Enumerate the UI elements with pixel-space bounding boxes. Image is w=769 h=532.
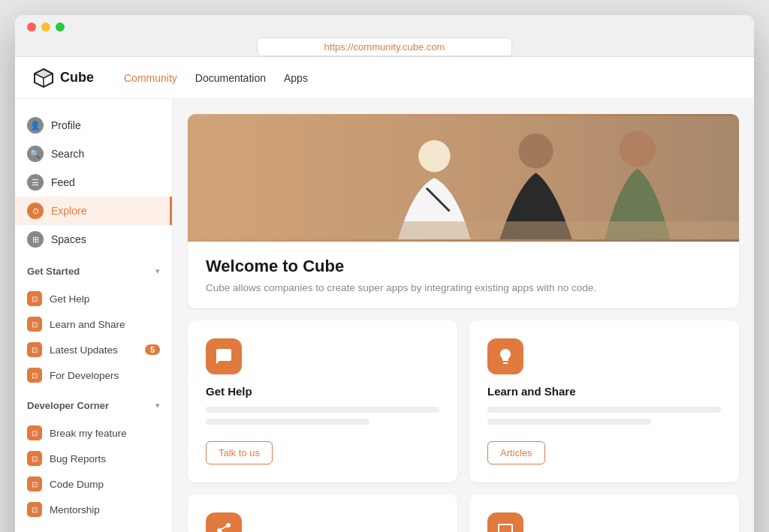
- latest-updates-label: Latest Updates: [50, 344, 118, 356]
- get-help-icon: ⊡: [27, 291, 42, 306]
- get-started-header: Get Started ▾: [27, 266, 160, 277]
- for-developers-label: For Developers: [50, 370, 119, 381]
- sidebar: 👤 Profile 🔍 Search ☰ Feed ⊙ Explore ⊞: [15, 99, 173, 532]
- lightbulb-icon: [496, 347, 514, 365]
- get-started-section: Get Started ▾: [15, 254, 172, 286]
- hero-content: Welcome to Cube Cube allows companies to…: [188, 242, 739, 308]
- developer-corner-title: Developer Corner: [27, 400, 109, 411]
- sidebar-item-latest-updates[interactable]: ⊡ Latest Updates 5: [15, 337, 172, 362]
- latest-updates-card-icon: [206, 512, 242, 532]
- card-latest-updates: Follow the Latest Updates: [188, 494, 457, 532]
- developer-corner-header: Developer Corner ▾: [27, 400, 160, 411]
- get-started-chevron[interactable]: ▾: [155, 266, 160, 276]
- for-developers-card-icon: [487, 512, 523, 532]
- explore-icon: ⊙: [27, 203, 44, 219]
- mentorship-label: Mentorship: [50, 504, 100, 515]
- cards-grid: Get Help Talk to us Learn and Share: [188, 320, 739, 532]
- learn-share-label: Learn and Share: [50, 319, 125, 330]
- sidebar-label-explore: Explore: [51, 205, 86, 217]
- developer-corner-section: Developer Corner ▾: [15, 388, 172, 420]
- sidebar-item-spaces[interactable]: ⊞ Spaces: [15, 225, 172, 254]
- profile-icon: 👤: [27, 117, 44, 134]
- address-bar: [27, 38, 742, 56]
- learn-share-card-title: Learn and Share: [487, 385, 721, 398]
- latest-updates-badge: 5: [145, 344, 160, 355]
- sidebar-item-mentorship[interactable]: ⊡ Mentorship: [15, 497, 172, 522]
- card-line-1: [206, 407, 439, 413]
- card-learn-share: Learn and Share Articles: [469, 320, 739, 482]
- svg-marker-1: [35, 69, 53, 78]
- svg-point-8: [518, 134, 553, 168]
- get-help-card-icon: [206, 338, 242, 374]
- bug-reports-icon: ⊡: [27, 451, 42, 466]
- maximize-button[interactable]: [56, 23, 65, 32]
- sidebar-item-bug-reports[interactable]: ⊡ Bug Reports: [15, 446, 172, 471]
- mentorship-icon: ⊡: [27, 502, 42, 517]
- chat-icon: [215, 347, 233, 365]
- search-icon: 🔍: [27, 146, 44, 162]
- browser-buttons: [27, 23, 742, 32]
- browser-chrome: [15, 15, 754, 57]
- main-body: 👤 Profile 🔍 Search ☰ Feed ⊙ Explore ⊞: [15, 99, 754, 532]
- break-feature-label: Break my feature: [50, 428, 127, 439]
- nav-documentation[interactable]: Documentation: [195, 72, 266, 84]
- sidebar-label-spaces: Spaces: [51, 233, 86, 245]
- hero-subtitle: Cube allows companies to create super ap…: [206, 282, 721, 293]
- sidebar-item-feed[interactable]: ☰ Feed: [15, 168, 172, 197]
- card-get-help: Get Help Talk to us: [188, 320, 457, 482]
- spaces-icon: ⊞: [27, 231, 44, 248]
- break-feature-icon: ⊡: [27, 425, 42, 440]
- browser-window: Cube Community Documentation Apps 👤 Prof…: [15, 15, 754, 532]
- card-line-4: [487, 419, 651, 425]
- hero-image: [188, 114, 739, 242]
- code-dump-label: Code Dump: [50, 479, 104, 490]
- logo[interactable]: Cube: [33, 68, 94, 89]
- talk-to-us-button[interactable]: Talk to us: [206, 441, 273, 464]
- speaker-icon: [215, 521, 233, 532]
- card-line-2: [206, 419, 369, 425]
- learn-share-card-icon: [487, 338, 523, 374]
- get-started-title: Get Started: [27, 266, 80, 277]
- get-help-card-title: Get Help: [206, 385, 439, 398]
- nav-community[interactable]: Community: [124, 72, 177, 84]
- sidebar-item-search[interactable]: 🔍 Search: [15, 140, 172, 168]
- sidebar-item-learn-share[interactable]: ⊡ Learn and Share: [15, 311, 172, 337]
- svg-point-7: [418, 140, 450, 172]
- articles-button[interactable]: Articles: [487, 441, 545, 464]
- sidebar-label-feed: Feed: [51, 176, 75, 188]
- hero-illustration: [188, 114, 739, 242]
- sidebar-item-for-developers[interactable]: ⊡ For Developers: [15, 362, 172, 388]
- cube-logo-icon: [33, 68, 54, 89]
- latest-updates-icon: ⊡: [27, 342, 42, 357]
- for-developers-icon: ⊡: [27, 368, 42, 383]
- logo-text: Cube: [60, 70, 94, 86]
- bug-reports-label: Bug Reports: [50, 453, 106, 464]
- content-area: Welcome to Cube Cube allows companies to…: [173, 99, 754, 532]
- feed-icon: ☰: [27, 174, 44, 191]
- sidebar-item-profile[interactable]: 👤 Profile: [15, 111, 172, 140]
- sidebar-item-explore[interactable]: ⊙ Explore: [15, 197, 172, 225]
- sidebar-label-search: Search: [51, 148, 84, 160]
- sidebar-item-get-help[interactable]: ⊡ Get Help: [15, 286, 172, 311]
- hero-card: Welcome to Cube Cube allows companies to…: [188, 114, 739, 308]
- svg-point-9: [620, 131, 656, 167]
- sidebar-item-code-dump[interactable]: ⊡ Code Dump: [15, 471, 172, 497]
- nav-apps[interactable]: Apps: [284, 72, 308, 84]
- sidebar-label-profile: Profile: [51, 119, 81, 131]
- svg-rect-11: [369, 221, 739, 239]
- get-help-label: Get Help: [50, 293, 89, 305]
- learn-share-icon: ⊡: [27, 317, 42, 332]
- url-input[interactable]: [257, 38, 512, 56]
- developer-corner-chevron[interactable]: ▾: [155, 401, 160, 410]
- top-nav: Cube Community Documentation Apps: [15, 57, 754, 99]
- code-dump-icon: ⊡: [27, 476, 42, 491]
- app-container: Cube Community Documentation Apps 👤 Prof…: [15, 57, 754, 532]
- card-line-3: [487, 407, 721, 413]
- hero-title: Welcome to Cube: [206, 257, 721, 276]
- sidebar-item-break-feature[interactable]: ⊡ Break my feature: [15, 420, 172, 446]
- minimize-button[interactable]: [41, 23, 50, 32]
- close-button[interactable]: [27, 23, 36, 32]
- nav-links: Community Documentation Apps: [124, 72, 308, 84]
- card-for-developers: For Developers: [469, 494, 739, 532]
- terminal-icon: [496, 521, 514, 532]
